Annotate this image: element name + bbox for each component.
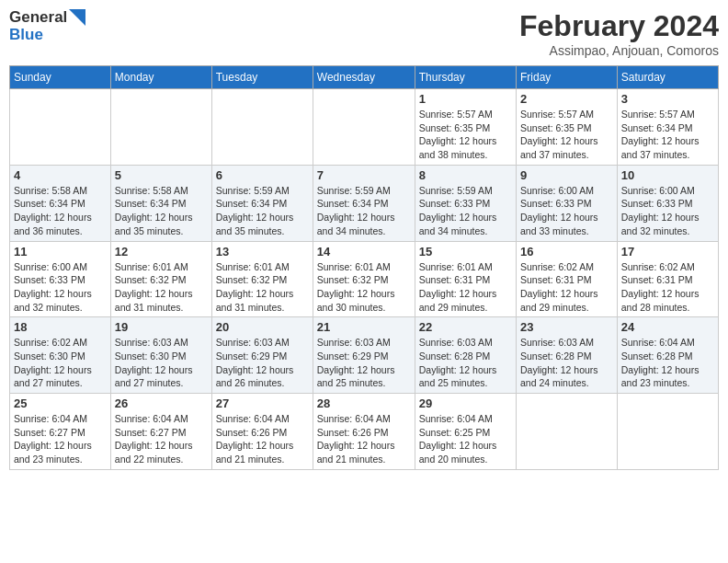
empty-cell	[516, 394, 617, 470]
day-info: Sunrise: 6:04 AMSunset: 6:25 PMDaylight:…	[419, 412, 512, 466]
day-number: 21	[317, 320, 411, 334]
day-info: Sunrise: 6:04 AMSunset: 6:27 PMDaylight:…	[14, 412, 107, 466]
day-number: 18	[14, 320, 107, 334]
day-info: Sunrise: 5:58 AMSunset: 6:34 PMDaylight:…	[115, 184, 208, 238]
day-cell-10: 10Sunrise: 6:00 AMSunset: 6:33 PMDayligh…	[617, 165, 718, 241]
empty-cell	[10, 89, 111, 166]
day-info: Sunrise: 6:04 AMSunset: 6:26 PMDaylight:…	[216, 412, 309, 466]
day-number: 4	[14, 168, 107, 182]
day-cell-17: 17Sunrise: 6:02 AMSunset: 6:31 PMDayligh…	[617, 241, 718, 317]
day-number: 25	[14, 396, 107, 410]
day-info: Sunrise: 6:04 AMSunset: 6:26 PMDaylight:…	[317, 412, 411, 466]
day-info: Sunrise: 5:59 AMSunset: 6:33 PMDaylight:…	[419, 184, 512, 238]
week-row-1: 1Sunrise: 5:57 AMSunset: 6:35 PMDaylight…	[10, 89, 719, 166]
day-info: Sunrise: 6:03 AMSunset: 6:28 PMDaylight:…	[419, 336, 512, 390]
day-info: Sunrise: 6:00 AMSunset: 6:33 PMDaylight:…	[14, 260, 107, 315]
day-info: Sunrise: 6:04 AMSunset: 6:28 PMDaylight:…	[621, 336, 714, 390]
day-cell-18: 18Sunrise: 6:02 AMSunset: 6:30 PMDayligh…	[10, 317, 111, 394]
day-number: 15	[419, 245, 512, 259]
day-info: Sunrise: 5:57 AMSunset: 6:34 PMDaylight:…	[621, 108, 714, 162]
day-number: 20	[216, 320, 309, 334]
logo-blue-text: Blue	[9, 27, 43, 44]
day-header-thursday: Thursday	[415, 66, 516, 89]
day-info: Sunrise: 5:58 AMSunset: 6:34 PMDaylight:…	[14, 184, 107, 238]
day-cell-7: 7Sunrise: 5:59 AMSunset: 6:34 PMDaylight…	[313, 165, 415, 241]
day-number: 5	[115, 168, 208, 182]
day-info: Sunrise: 5:57 AMSunset: 6:35 PMDaylight:…	[419, 108, 512, 162]
title-block: February 2024 Assimpao, Anjouan, Comoros	[519, 9, 719, 58]
empty-cell	[110, 89, 211, 166]
logo: General Blue	[9, 9, 85, 43]
day-cell-13: 13Sunrise: 6:01 AMSunset: 6:32 PMDayligh…	[211, 241, 313, 317]
day-header-sunday: Sunday	[10, 66, 111, 89]
day-info: Sunrise: 6:01 AMSunset: 6:32 PMDaylight:…	[115, 260, 208, 315]
empty-cell	[313, 89, 415, 166]
day-info: Sunrise: 5:57 AMSunset: 6:35 PMDaylight:…	[520, 108, 613, 162]
day-cell-15: 15Sunrise: 6:01 AMSunset: 6:31 PMDayligh…	[415, 241, 516, 317]
day-number: 27	[216, 396, 309, 410]
week-row-3: 11Sunrise: 6:00 AMSunset: 6:33 PMDayligh…	[10, 241, 719, 317]
day-info: Sunrise: 6:01 AMSunset: 6:32 PMDaylight:…	[317, 260, 411, 315]
day-info: Sunrise: 5:59 AMSunset: 6:34 PMDaylight:…	[317, 184, 411, 238]
logo-triangle-icon	[69, 9, 85, 26]
day-number: 19	[115, 320, 208, 334]
day-cell-6: 6Sunrise: 5:59 AMSunset: 6:34 PMDaylight…	[211, 165, 313, 241]
day-info: Sunrise: 6:00 AMSunset: 6:33 PMDaylight:…	[520, 184, 613, 238]
day-header-wednesday: Wednesday	[313, 66, 415, 89]
day-info: Sunrise: 6:03 AMSunset: 6:29 PMDaylight:…	[216, 336, 309, 390]
day-cell-9: 9Sunrise: 6:00 AMSunset: 6:33 PMDaylight…	[516, 165, 617, 241]
day-info: Sunrise: 6:03 AMSunset: 6:28 PMDaylight:…	[520, 336, 613, 390]
day-info: Sunrise: 6:02 AMSunset: 6:30 PMDaylight:…	[14, 336, 107, 390]
day-number: 29	[419, 396, 512, 410]
day-cell-22: 22Sunrise: 6:03 AMSunset: 6:28 PMDayligh…	[415, 317, 516, 394]
day-cell-8: 8Sunrise: 5:59 AMSunset: 6:33 PMDaylight…	[415, 165, 516, 241]
day-number: 12	[115, 245, 208, 259]
day-number: 13	[216, 245, 309, 259]
day-cell-29: 29Sunrise: 6:04 AMSunset: 6:25 PMDayligh…	[415, 394, 516, 470]
day-header-saturday: Saturday	[617, 66, 718, 89]
day-cell-2: 2Sunrise: 5:57 AMSunset: 6:35 PMDaylight…	[516, 89, 617, 166]
svg-marker-0	[69, 9, 85, 26]
day-info: Sunrise: 6:03 AMSunset: 6:29 PMDaylight:…	[317, 336, 411, 390]
day-cell-11: 11Sunrise: 6:00 AMSunset: 6:33 PMDayligh…	[10, 241, 111, 317]
day-info: Sunrise: 5:59 AMSunset: 6:34 PMDaylight:…	[216, 184, 309, 238]
week-row-2: 4Sunrise: 5:58 AMSunset: 6:34 PMDaylight…	[10, 165, 719, 241]
day-info: Sunrise: 6:00 AMSunset: 6:33 PMDaylight:…	[621, 184, 714, 238]
day-cell-23: 23Sunrise: 6:03 AMSunset: 6:28 PMDayligh…	[516, 317, 617, 394]
location-subtitle: Assimpao, Anjouan, Comoros	[519, 43, 719, 58]
days-header-row: SundayMondayTuesdayWednesdayThursdayFrid…	[10, 66, 719, 89]
calendar-table: SundayMondayTuesdayWednesdayThursdayFrid…	[9, 65, 719, 470]
day-number: 22	[419, 320, 512, 334]
week-row-4: 18Sunrise: 6:02 AMSunset: 6:30 PMDayligh…	[10, 317, 719, 394]
day-cell-27: 27Sunrise: 6:04 AMSunset: 6:26 PMDayligh…	[211, 394, 313, 470]
day-cell-1: 1Sunrise: 5:57 AMSunset: 6:35 PMDaylight…	[415, 89, 516, 166]
day-cell-14: 14Sunrise: 6:01 AMSunset: 6:32 PMDayligh…	[313, 241, 415, 317]
day-number: 26	[115, 396, 208, 410]
day-cell-19: 19Sunrise: 6:03 AMSunset: 6:30 PMDayligh…	[110, 317, 211, 394]
day-number: 10	[621, 168, 714, 182]
week-row-5: 25Sunrise: 6:04 AMSunset: 6:27 PMDayligh…	[10, 394, 719, 470]
day-number: 7	[317, 168, 411, 182]
day-number: 23	[520, 320, 613, 334]
page-header: General Blue February 2024 Assimpao, Anj…	[9, 9, 719, 58]
empty-cell	[617, 394, 718, 470]
day-number: 3	[621, 92, 714, 106]
day-info: Sunrise: 6:02 AMSunset: 6:31 PMDaylight:…	[520, 260, 613, 315]
day-header-tuesday: Tuesday	[211, 66, 313, 89]
day-number: 24	[621, 320, 714, 334]
day-number: 9	[520, 168, 613, 182]
day-number: 1	[419, 92, 512, 106]
month-title: February 2024	[519, 9, 719, 43]
day-cell-25: 25Sunrise: 6:04 AMSunset: 6:27 PMDayligh…	[10, 394, 111, 470]
day-cell-12: 12Sunrise: 6:01 AMSunset: 6:32 PMDayligh…	[110, 241, 211, 317]
day-info: Sunrise: 6:02 AMSunset: 6:31 PMDaylight:…	[621, 260, 714, 315]
day-info: Sunrise: 6:01 AMSunset: 6:32 PMDaylight:…	[216, 260, 309, 315]
day-number: 17	[621, 245, 714, 259]
day-cell-16: 16Sunrise: 6:02 AMSunset: 6:31 PMDayligh…	[516, 241, 617, 317]
day-number: 28	[317, 396, 411, 410]
day-cell-24: 24Sunrise: 6:04 AMSunset: 6:28 PMDayligh…	[617, 317, 718, 394]
day-cell-21: 21Sunrise: 6:03 AMSunset: 6:29 PMDayligh…	[313, 317, 415, 394]
day-cell-26: 26Sunrise: 6:04 AMSunset: 6:27 PMDayligh…	[110, 394, 211, 470]
day-number: 6	[216, 168, 309, 182]
logo-general-text: General	[9, 9, 67, 27]
